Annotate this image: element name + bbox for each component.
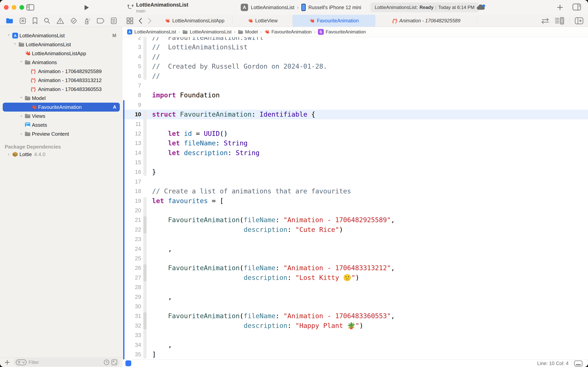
sidebar-item-preview-content[interactable]: ›Preview Content <box>3 129 120 138</box>
code-fold-ribbon[interactable] <box>143 37 147 80</box>
tab-animation-1706482925589[interactable]: {"}Animation - 1706482925589 <box>376 15 477 27</box>
disclosure-open-icon[interactable]: ⌄ <box>12 41 17 45</box>
code-line-5[interactable]: 5// Created by Russell Gordon on 2024-01… <box>123 62 588 71</box>
code-line-18[interactable]: 18// Create a list of animations that ar… <box>123 186 588 196</box>
source-control-icon[interactable] <box>19 17 26 24</box>
cloud-sync-icon[interactable] <box>476 3 486 11</box>
editor-options-chip[interactable] <box>126 360 131 366</box>
scheme-name[interactable]: LottieAnimationsList <box>251 5 294 10</box>
close-window-button[interactable] <box>4 5 8 10</box>
tab-lottieanimationslistapp[interactable]: LottieAnimationsListApp <box>157 15 232 27</box>
breadcrumb-item[interactable]: FavouriteAnimation <box>264 29 312 35</box>
toggle-inspector-icon[interactable] <box>572 3 581 10</box>
editor-options-icon[interactable] <box>555 17 564 25</box>
disclosure-open-icon[interactable]: ⌄ <box>19 58 24 63</box>
run-destination[interactable]: Russell's iPhone 12 mini <box>308 5 361 10</box>
code-line-16[interactable]: 16} <box>123 167 588 177</box>
scheme-selector[interactable]: A LottieAnimationsList › Russell's iPhon… <box>241 3 361 12</box>
find-icon[interactable] <box>44 17 50 24</box>
breadcrumb-item[interactable]: Model <box>238 29 258 35</box>
debug-icon[interactable] <box>84 17 91 24</box>
reports-icon[interactable] <box>111 17 117 24</box>
code-line-23[interactable]: 23 <box>123 234 588 244</box>
issues-icon[interactable] <box>57 17 64 24</box>
code-line-30[interactable]: 30 <box>123 302 588 311</box>
code-line-15[interactable]: 15 <box>123 158 588 167</box>
tab-favouriteanimation[interactable]: FavouriteAnimation <box>293 15 375 27</box>
sidebar-item-assets[interactable]: Assets <box>3 121 120 129</box>
recent-files-icon[interactable] <box>104 359 109 365</box>
disclosure-open-icon[interactable]: ⌄ <box>19 94 24 99</box>
code-fold-ribbon[interactable] <box>143 312 147 330</box>
code-fold-ribbon[interactable] <box>143 216 147 234</box>
code-line-9[interactable]: 9 <box>123 100 588 110</box>
go-forward-icon[interactable] <box>148 17 152 24</box>
project-navigator-icon[interactable] <box>6 18 13 24</box>
code-line-4[interactable]: 4// <box>123 52 588 62</box>
sidebar-item-animation-1706483360553[interactable]: {"}Animation - 1706483360553 <box>3 85 120 94</box>
breadcrumb-item[interactable]: ALottieAnimationsList <box>127 29 176 35</box>
disclosure-open-icon[interactable]: ⌄ <box>6 32 11 37</box>
go-back-icon[interactable] <box>138 17 143 24</box>
code-line-28[interactable]: 28 <box>123 283 588 292</box>
sidebar-item-views[interactable]: ›Views <box>3 112 120 121</box>
run-button[interactable] <box>83 4 90 11</box>
code-line-22[interactable]: 22 description: "Cute Rice") <box>123 225 588 234</box>
code-line-26[interactable]: 26 FavouriteAnimation(fileName: "Animati… <box>123 263 588 273</box>
code-line-2[interactable]: 2// FavouriteAnimation.swift <box>123 37 588 42</box>
sidebar-item-model[interactable]: ⌄Model <box>3 94 120 103</box>
sidebar-item-animations[interactable]: ⌄Animations <box>3 58 120 67</box>
code-line-12[interactable]: 12 let id = UUID() <box>123 129 588 138</box>
code-line-31[interactable]: 31 FavouriteAnimation(fileName: "Animati… <box>123 311 588 321</box>
breadcrumb-item[interactable]: SFavouriteAnimation <box>318 29 366 35</box>
code-line-33[interactable]: 33 <box>123 330 588 340</box>
code-line-6[interactable]: 6// <box>123 71 588 81</box>
line-column-indicator[interactable]: Line: 10 Col: 4 <box>537 360 569 367</box>
disclosure-closed-icon[interactable]: › <box>19 114 24 119</box>
code-fold-ribbon[interactable] <box>143 110 147 176</box>
sidebar-item-lottie-package[interactable]: ›Lottie4.4.0 <box>3 150 120 159</box>
add-editor-icon[interactable] <box>575 17 583 24</box>
breakpoints-icon[interactable] <box>97 18 105 24</box>
code-line-19[interactable]: 19let favourites = [ <box>123 196 588 206</box>
filter-input[interactable]: Filter <box>14 359 119 366</box>
source-editor[interactable]: 2// FavouriteAnimation.swift3// LottieAn… <box>123 37 588 359</box>
code-line-7[interactable]: 7 <box>123 81 588 90</box>
code-line-32[interactable]: 32 description: "Happy Plant 🪴") <box>123 321 588 330</box>
code-line-24[interactable]: 24 , <box>123 244 588 254</box>
code-line-21[interactable]: 21 FavouriteAnimation(fileName: "Animati… <box>123 215 588 225</box>
disclosure-closed-icon[interactable]: › <box>6 152 11 157</box>
library-add-icon[interactable] <box>556 4 563 11</box>
code-line-10[interactable]: 10struct FavouriteAnimation: Identifiabl… <box>123 110 588 119</box>
sidebar-item-favouriteanimation[interactable]: FavouriteAnimationA <box>3 103 120 112</box>
code-fold-ribbon[interactable] <box>143 264 147 282</box>
toggle-debug-area-icon[interactable] <box>574 360 583 367</box>
code-line-11[interactable]: 11 <box>123 119 588 129</box>
zoom-window-button[interactable] <box>19 5 24 10</box>
tests-icon[interactable] <box>70 17 77 24</box>
code-line-35[interactable]: 35] <box>123 350 588 359</box>
add-file-icon[interactable] <box>4 359 10 365</box>
tab-lottieview[interactable]: LottieView <box>233 15 293 27</box>
code-line-27[interactable]: 27 description: "Lost Kitty 🙁") <box>123 273 588 283</box>
code-line-29[interactable]: 29 , <box>123 292 588 302</box>
code-line-8[interactable]: 8import Foundation <box>123 90 588 100</box>
bookmarks-icon[interactable] <box>33 17 38 24</box>
tab-overview-icon[interactable] <box>126 17 133 24</box>
sidebar-item-lottieanimationslistapp[interactable]: LottieAnimationsListApp <box>3 49 120 58</box>
code-line-14[interactable]: 14 let description: String <box>123 148 588 158</box>
toggle-sidebar-icon[interactable] <box>26 4 34 10</box>
code-line-17[interactable]: 17 <box>123 177 588 186</box>
code-line-20[interactable]: 20 <box>123 206 588 215</box>
sidebar-item-lottieanimationslist[interactable]: ⌄ALottieAnimationsListM <box>3 31 120 40</box>
minimize-window-button[interactable] <box>12 5 16 10</box>
code-line-3[interactable]: 3// LottieAnimationsList <box>123 42 588 52</box>
swap-editors-icon[interactable] <box>541 17 550 24</box>
sidebar-item-lottieanimationslist[interactable]: ⌄LottieAnimationsList <box>3 40 120 49</box>
sidebar-item-animation-1706483313212[interactable]: {"}Animation - 1706483313212 <box>3 76 120 85</box>
breadcrumb-item[interactable]: LottieAnimationsList <box>182 29 232 35</box>
code-line-34[interactable]: 34 , <box>123 340 588 350</box>
source-control-filter-icon[interactable] <box>111 359 117 365</box>
sidebar-item-animation-1706482925589[interactable]: {"}Animation - 1706482925589 <box>3 67 120 76</box>
code-line-25[interactable]: 25 <box>123 254 588 263</box>
